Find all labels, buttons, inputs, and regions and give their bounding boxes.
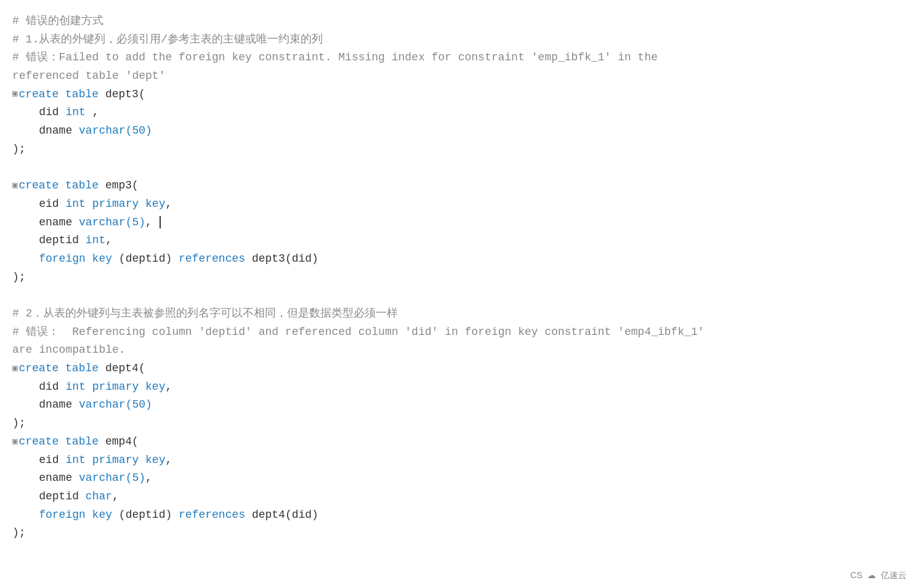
table-name-dept3: dept3( [105, 88, 145, 100]
comment-section2-rule: # 2．从表的外键列与主表被参照的列名字可以不相同，但是数据类型必须一样 [12, 305, 907, 323]
emp4-field1-line: eid int primary key, [12, 451, 907, 470]
footer-brand-name: 亿速云 [881, 568, 907, 582]
block-indicator-emp3: ▣ [12, 179, 17, 193]
emp3-field2-line: ename varchar(5), [12, 214, 907, 232]
dept4-field1-line: did int primary key, [12, 378, 907, 397]
dept4-field2-line: dname varchar(50) [12, 396, 907, 414]
emp3-close-line: ); [12, 268, 907, 287]
comment-section1-rule: # 1.从表的外键列，必须引用/参考主表的主键或唯一约束的列 [12, 31, 907, 49]
comment-section1-error-line1: # 错误：Failed to add the foreign key const… [12, 49, 907, 67]
comment-section1-title: # 错误的创建方式 [12, 12, 907, 31]
emp3-field1-line: eid int primary key, [12, 195, 907, 214]
footer: CS ☁ 亿速云 [851, 568, 907, 582]
keyword-create: create table [18, 88, 105, 100]
dept3-close-line: ); [12, 140, 907, 159]
emp4-field3-line: deptid char, [12, 488, 907, 506]
block-indicator-dept4: ▣ [12, 361, 17, 376]
footer-cs-label: CS [851, 568, 862, 582]
dept3-field2-line: dname varchar(50) [12, 122, 907, 140]
emp3-field3-line: deptid int, [12, 232, 907, 250]
blank-line-1 [12, 159, 907, 177]
dept4-create-line: ▣create table dept4( [12, 360, 907, 378]
text-cursor [160, 216, 161, 228]
comment-section2-error-line2: are incompatible. [12, 341, 907, 360]
comment-section2-error-line1: # 错误： Referencing column 'deptid' and re… [12, 323, 907, 342]
block-indicator: ▣ [12, 87, 17, 101]
dept3-did: did [12, 106, 65, 118]
footer-brand-icon: ☁ [867, 568, 876, 582]
dept4-close-line: ); [12, 414, 907, 433]
block-indicator-emp4: ▣ [12, 435, 17, 449]
comment-section1-error-line2: referenced table 'dept' [12, 67, 907, 86]
dept3-field1-line: did int , [12, 103, 907, 122]
dept3-did-type: int [65, 106, 85, 118]
emp4-field2-line: ename varchar(5), [12, 469, 907, 488]
emp4-field4-line: foreign key (deptid) references dept4(di… [12, 506, 907, 525]
dept3-create-line: ▣create table dept3( [12, 86, 907, 104]
emp3-create-line: ▣create table emp3( [12, 177, 907, 195]
emp4-create-line: ▣create table emp4( [12, 433, 907, 451]
code-container: # 错误的创建方式 # 1.从表的外键列，必须引用/参考主表的主键或唯一约束的列… [0, 0, 919, 588]
emp3-field4-line: foreign key (deptid) references dept3(di… [12, 250, 907, 268]
blank-line-2 [12, 286, 907, 305]
emp4-close-line: ); [12, 524, 907, 542]
